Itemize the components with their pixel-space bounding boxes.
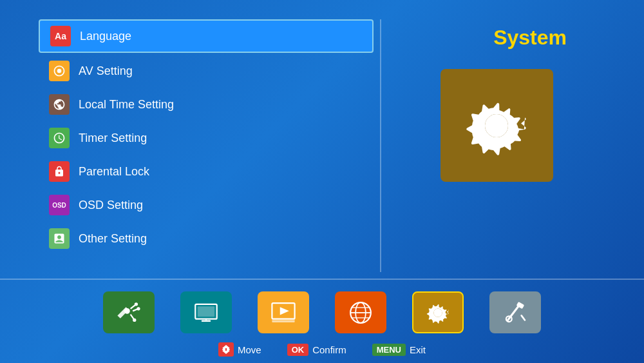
move-badge: Move — [218, 342, 261, 357]
svg-rect-9 — [202, 320, 211, 322]
move-icon — [218, 342, 234, 357]
nav-system[interactable] — [412, 291, 464, 333]
parental-icon — [49, 161, 70, 182]
menu-label-parental: Parental Lock — [79, 165, 149, 179]
svg-line-23 — [522, 315, 525, 320]
exit-badge: MENU Exit — [372, 344, 426, 356]
bottom-nav — [0, 286, 644, 337]
confirm-label: Confirm — [312, 344, 346, 355]
move-label: Move — [238, 344, 261, 355]
nav-satellite[interactable] — [103, 291, 155, 333]
localtime-icon — [49, 94, 70, 115]
nav-tv[interactable] — [180, 291, 232, 333]
other-icon — [49, 228, 70, 249]
svg-marker-13 — [280, 307, 289, 315]
svg-point-5 — [135, 302, 138, 306]
svg-rect-11 — [198, 306, 214, 317]
menu-badge: MENU — [372, 344, 406, 356]
menu-label-timer: Timer Setting — [79, 132, 147, 145]
svg-rect-14 — [272, 320, 294, 322]
menu-item-av[interactable]: AV Setting — [39, 55, 374, 86]
nav-tools[interactable] — [489, 291, 541, 333]
menu-label-osd: OSD Setting — [79, 199, 143, 212]
vertical-divider — [380, 19, 381, 272]
menu-item-parental[interactable]: Parental Lock — [39, 156, 374, 187]
menu-item-timer[interactable]: Timer Setting — [39, 123, 374, 153]
menu-item-language[interactable]: Aa Language — [39, 19, 374, 53]
timer-icon — [49, 128, 70, 148]
main-container: Aa Language AV Setting Local Time Settin — [0, 0, 644, 363]
menu-item-localtime[interactable]: Local Time Setting — [39, 89, 374, 120]
ok-badge: OK — [287, 344, 309, 356]
menu-label-language: Language — [80, 30, 131, 43]
menu-label-other: Other Setting — [79, 232, 147, 246]
content-area: Aa Language AV Setting Local Time Settin — [0, 0, 644, 279]
svg-rect-24 — [218, 342, 234, 357]
horizontal-divider — [0, 279, 644, 280]
system-title: System — [493, 26, 567, 50]
nav-internet[interactable] — [335, 291, 386, 333]
av-icon — [49, 61, 70, 81]
svg-point-0 — [57, 69, 62, 74]
nav-media[interactable] — [258, 291, 309, 333]
menu-label-localtime: Local Time Setting — [79, 98, 174, 112]
menu-item-osd[interactable]: OSD OSD Setting — [39, 190, 374, 221]
gear-icon — [458, 87, 535, 164]
exit-label: Exit — [410, 344, 426, 355]
osd-icon: OSD — [49, 195, 70, 215]
menu-label-av: AV Setting — [79, 64, 133, 78]
svg-point-7 — [133, 318, 136, 321]
menu-panel: Aa Language AV Setting Local Time Settin — [39, 19, 374, 272]
svg-point-6 — [137, 307, 140, 310]
system-gear-box — [440, 69, 553, 182]
menu-item-other[interactable]: Other Setting — [39, 223, 374, 254]
right-panel: System — [388, 19, 605, 272]
language-icon: Aa — [50, 26, 71, 46]
confirm-badge: OK Confirm — [287, 344, 346, 356]
svg-line-20 — [508, 305, 520, 320]
status-bar: Move OK Confirm MENU Exit — [0, 337, 644, 363]
svg-point-1 — [124, 308, 130, 313]
